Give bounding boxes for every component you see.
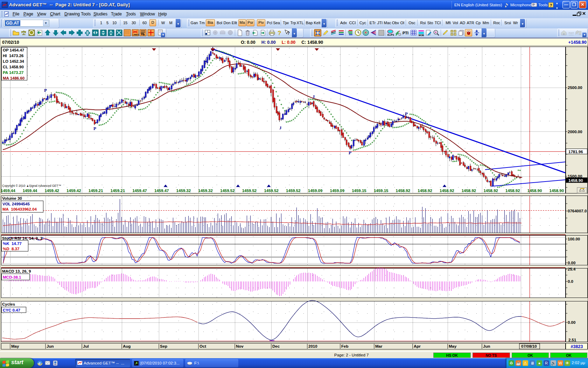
svg-text:1459.52: 1459.52 <box>220 189 235 193</box>
svg-text:1458.92: 1458.92 <box>505 189 520 193</box>
svg-text:Jun: Jun <box>47 344 54 348</box>
svg-text:1459.21: 1459.21 <box>89 189 103 193</box>
svg-text:1459.15: 1459.15 <box>374 189 388 193</box>
svg-text:1459.52: 1459.52 <box>242 189 257 193</box>
svg-text:Volume 30: Volume 30 <box>2 196 22 200</box>
svg-text:+1458.90: +1458.90 <box>568 40 587 45</box>
svg-text:Sep: Sep <box>160 344 167 348</box>
svg-text:1458.90: 1458.90 <box>527 189 542 193</box>
svg-text:1459.09: 1459.09 <box>308 189 323 193</box>
svg-text:1459.44: 1459.44 <box>1 189 15 193</box>
svg-text:#3823: #3823 <box>571 344 583 349</box>
svg-text:P: P <box>405 111 408 116</box>
svg-text:LINES: LINES <box>133 34 139 36</box>
svg-text:Nov: Nov <box>236 344 244 348</box>
svg-text:MA 1486.60: MA 1486.60 <box>3 76 24 80</box>
svg-text:?: ? <box>287 30 290 36</box>
svg-text:LO 1452.34: LO 1452.34 <box>3 59 24 63</box>
svg-text:2500.00: 2500.00 <box>568 86 582 90</box>
svg-text:1459.47: 1459.47 <box>132 189 147 193</box>
svg-text:Aug: Aug <box>123 344 131 348</box>
svg-text:MA 106433962.04: MA 106433962.04 <box>2 207 37 211</box>
svg-text:Jun: Jun <box>483 344 490 348</box>
svg-text:Cycles: Cycles <box>2 302 15 306</box>
svg-text:1459.21: 1459.21 <box>111 189 125 193</box>
svg-text:?: ? <box>278 30 281 36</box>
svg-text:1459.09: 1459.09 <box>330 189 345 193</box>
svg-text:J: J <box>313 94 315 99</box>
svg-text:1458.92: 1458.92 <box>462 189 476 193</box>
svg-text:%K 14.77: %K 14.77 <box>3 241 22 246</box>
svg-text:P: P <box>44 88 47 93</box>
svg-text:CYC 0.47: CYC 0.47 <box>3 308 20 312</box>
svg-text:Dec: Dec <box>272 344 280 348</box>
svg-text:FIB: FIB <box>141 33 145 36</box>
svg-text:1459.42: 1459.42 <box>66 189 81 193</box>
svg-text:07/02/10: 07/02/10 <box>2 40 19 45</box>
svg-text:0764007.0: 0764007.0 <box>568 209 587 213</box>
svg-text:2010: 2010 <box>308 344 317 348</box>
svg-text:VOL 24994545: VOL 24994545 <box>2 202 30 206</box>
svg-text:Apr: Apr <box>414 344 421 348</box>
svg-text:%D 8.37: %D 8.37 <box>3 247 19 251</box>
svg-text:O: 0.00H: 0.00L: 0.00C: 1458.9: O: 0.00H: 0.00L: 0.00C: 1458.90 <box>241 40 323 45</box>
svg-text:1459.44: 1459.44 <box>23 189 37 193</box>
svg-text:CL 1458.90: CL 1458.90 <box>3 65 24 69</box>
svg-text:25.4: 25.4 <box>568 267 576 271</box>
svg-text:2000.00: 2000.00 <box>568 130 582 134</box>
svg-text:Copyright © 2010 ▲Signal Advan: Copyright © 2010 ▲Signal Advanced GET™ <box>2 184 61 188</box>
svg-text:Jul: Jul <box>83 344 89 348</box>
svg-text:1458.90: 1458.90 <box>568 178 583 183</box>
svg-text:MOB: MOB <box>419 34 424 36</box>
svg-text:HI 1473.26: HI 1473.26 <box>3 54 23 58</box>
svg-text:1459.15: 1459.15 <box>352 189 366 193</box>
svg-text:1459.42: 1459.42 <box>44 189 59 193</box>
svg-text:1458.90: 1458.90 <box>550 189 564 193</box>
svg-text:ELiPS: ELiPS <box>387 34 394 36</box>
svg-text:OP 1454.47: OP 1454.47 <box>3 48 24 52</box>
svg-text:100.00: 100.00 <box>568 237 580 241</box>
svg-text:May: May <box>449 344 457 348</box>
svg-text:1458.92: 1458.92 <box>418 189 432 193</box>
svg-text:Oct: Oct <box>200 344 206 348</box>
svg-text:1459.52: 1459.52 <box>286 189 301 193</box>
svg-text:e: e <box>38 361 41 365</box>
svg-text:MACD 13, 26, 9: MACD 13, 26, 9 <box>2 269 31 273</box>
svg-text:MCD-38.1: MCD-38.1 <box>3 275 21 279</box>
svg-text:P: P <box>93 126 96 131</box>
svg-text:1781.96: 1781.96 <box>568 150 583 154</box>
svg-text:0.0: 0.0 <box>568 279 573 284</box>
svg-text:1459.32: 1459.32 <box>176 189 191 193</box>
svg-text:1458.92: 1458.92 <box>440 189 454 193</box>
svg-text:×ο×: ×ο× <box>568 31 574 35</box>
svg-text:1459.47: 1459.47 <box>154 189 169 193</box>
svg-text:PTI: PTI <box>402 31 408 35</box>
svg-text:1459.32: 1459.32 <box>198 189 213 193</box>
svg-text:Stoch RSI 14, 14, 3, 3: Stoch RSI 14, 14, 3, 3 <box>2 236 42 240</box>
svg-text:07/08/10: 07/08/10 <box>521 344 537 348</box>
svg-text:May: May <box>11 344 19 348</box>
svg-text:Feb: Feb <box>341 344 348 348</box>
svg-text:Mar: Mar <box>375 344 383 348</box>
svg-text:P: P <box>349 150 351 155</box>
svg-text:2.51: 2.51 <box>568 338 576 342</box>
svg-text:PA 1473.27: PA 1473.27 <box>3 70 23 75</box>
svg-text:1458.92: 1458.92 <box>396 189 411 193</box>
svg-text:J: J <box>279 125 282 130</box>
svg-text:0.00: 0.00 <box>568 261 575 265</box>
svg-text:0.00: 0.00 <box>568 320 575 325</box>
svg-text:1458.92: 1458.92 <box>483 189 498 193</box>
svg-text:1459.52: 1459.52 <box>264 189 279 193</box>
